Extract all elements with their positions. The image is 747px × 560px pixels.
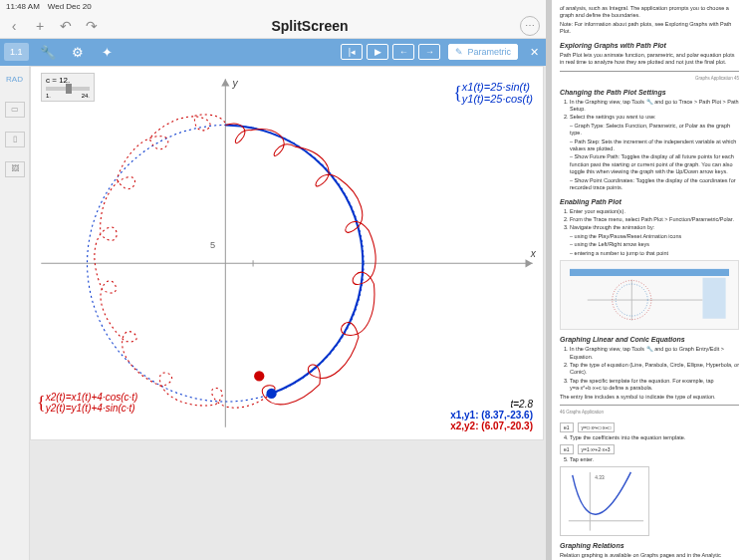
equation-secondary: { x2(t)=x1(t)+4·cos(c·t) y2(t)=y1(t)+4·s… [37,392,137,414]
doc-eq-row: e1 y=□·x²+□·x+□ [560,422,739,432]
trace-readout: t=2.8 x1,y1: (8.37,-23.6) x2,y2: (6.07,-… [450,399,533,431]
t-label: t= [510,399,519,410]
doc-step: From the Trace menu, select Path Plot > … [570,216,739,223]
add-button[interactable]: + [32,18,48,34]
doc-bullet: Show Future Path: Toggles the display of… [570,153,739,175]
image-icon[interactable]: 🖼 [5,161,25,177]
eq-blue-2: y1(t)=25·cos(t) [462,93,533,105]
doc-page-footer: Graphs Application 45 [560,76,739,81]
eq-label: e1 [560,444,574,454]
eq-filled: y=1·x²+2·x+3 [578,444,615,454]
doc-figure-pathplot [560,260,739,330]
redo-button[interactable]: ↷ [84,18,100,34]
t-value: 2.8 [519,399,533,410]
axis-tick: 5 [210,240,215,250]
slider-thumb[interactable] [66,84,72,94]
p1-label: x1,y1: [450,410,478,420]
doc-step: In the Graphing view, tap Tools 🔧 and go… [570,99,739,114]
doc-bullet: using the Left/Right arrow keys [570,241,739,248]
more-menu-button[interactable]: ⋯ [520,16,540,36]
pencil-icon: ✎ [455,47,463,57]
doc-h-linear: Graphing Linear and Conic Equations [560,336,739,343]
doc-step: In the Graphing view, tap Tools 🔧 and go… [570,346,739,361]
svg-rect-6 [570,268,729,275]
doc-step: Tap the type of equation (Line, Parabola… [570,362,739,377]
x-axis-label: x [530,248,537,259]
doc-intro: of analysis, such as Integral. The appli… [560,5,739,20]
doc-step: Tap enter. [570,456,739,463]
doc-h-changing: Changing the Path Plot Settings [560,89,739,96]
graph-ribbon: 1.1 🔧 ⚙ ✦ |◂ ▶ ← → ✎ Parametric ✕ [0,39,546,66]
top-toolbar: ‹ + ↶ ↷ SplitScreen ⋯ [0,14,546,39]
svg-marker-3 [221,79,229,86]
slider-min: 1. [46,93,51,99]
page-tab[interactable]: 1.1 [4,43,29,61]
eq-red-1: x2(t)=x1(t)+4·cos(c·t) [46,392,138,403]
plot-svg: y x 5 [31,67,543,439]
eq-blue-1: x1(t)=25·sin(t) [462,81,533,93]
doc-step: Tap the specific template for the equati… [570,378,739,393]
layout-split-v-icon[interactable]: ▯ [5,132,25,147]
settings-icon[interactable]: ⚙ [67,42,89,62]
help-doc-pane[interactable]: of analysis, such as Integral. The appli… [552,0,747,560]
p2-value: (6.07,-20.3) [481,420,533,431]
y-axis-label: y [232,78,239,89]
status-date: Wed Dec 20 [48,2,92,11]
doc-bullet: entering a number to jump to that point [570,250,739,257]
back-button[interactable]: ‹ [6,18,22,34]
doc-figure-parabola: 4.33 [560,466,649,536]
doc-step: Select the settings you want to use: [570,114,739,121]
eq-red-2: y2(t)=y1(t)+4·sin(c·t) [46,403,138,414]
doc-eq-row: e1 y=1·x²+2·x+3 [560,444,739,454]
svg-rect-11 [702,277,725,318]
doc-step: Type the coefficients into the equation … [570,434,739,441]
animation-controls: |◂ ▶ ← → [341,44,440,60]
doc-bullet: Graph Type: Selects Function, Parametric… [570,123,739,138]
graph-app-pane: 11:48 AM Wed Dec 20 ‹ + ↶ ↷ SplitScreen … [0,0,546,560]
status-time: 11:48 AM [6,2,40,11]
doc-note: Note: For information about path plots, … [560,21,739,36]
doc-p: Relation graphing is available on Graphs… [560,552,739,560]
doc-h-exploring: Exploring Graphs with Path Plot [560,42,739,49]
doc-bullet: Show Point Coordinates: Toggles the disp… [570,177,739,192]
svg-text:4.33: 4.33 [595,475,605,480]
step-fwd-button[interactable]: → [418,44,440,60]
slider-var: c [46,76,50,85]
p1-value: (8.37,-23.6) [481,410,533,420]
trace-icon[interactable]: ✦ [97,42,119,62]
split-divider[interactable] [546,0,552,560]
entry-mode-button[interactable]: ✎ Parametric [448,44,518,60]
skip-start-button[interactable]: |◂ [341,44,363,60]
p2-label: x2,y2: [450,420,478,431]
graph-canvas[interactable]: c = 12. 1.24. { x1(t)=25·sin(t) y1(t)=25… [30,66,544,440]
doc-h-enabling: Enabling Path Plot [560,198,739,205]
equation-primary: { x1(t)=25·sin(t) y1(t)=25·cos(t) [453,81,533,105]
doc-page-footer: 46 Graphs Application [560,410,739,415]
doc-step: Navigate through the animation by: [570,224,739,231]
document-title: SplitScreen [100,18,520,34]
trace-point-secondary [254,371,264,381]
eq-template: y=□·x²+□·x+□ [578,422,616,432]
undo-button[interactable]: ↶ [58,18,74,34]
slider-max: 24. [82,93,90,99]
trace-point-primary [266,389,276,399]
doc-bullet: using the Play/Pause/Reset Animation ico… [570,233,739,240]
play-button[interactable]: ▶ [367,44,388,60]
tools-icon[interactable]: 🔧 [37,42,59,62]
angle-mode-label[interactable]: RAD [5,72,25,88]
svg-marker-2 [526,259,533,267]
status-bar: 11:48 AM Wed Dec 20 [0,0,546,14]
eq-label: e1 [560,422,574,432]
layout-split-h-icon[interactable]: ▭ [5,102,25,118]
slider-c[interactable]: c = 12. 1.24. [41,73,95,102]
entry-mode-label: Parametric [467,47,511,57]
left-sidebar: RAD ▭ ▯ 🖼 [0,66,30,560]
workspace: RAD ▭ ▯ 🖼 c = 12. 1.24. { x1(t)=25·sin(t… [0,66,546,560]
doc-p: The entry line includes a symbol to indi… [560,394,739,401]
close-entry-button[interactable]: ✕ [526,44,542,60]
step-back-button[interactable]: ← [392,44,414,60]
doc-p1: Path Plot lets you animate function, par… [560,52,739,67]
doc-step: Enter your equation(s). [570,208,739,215]
doc-bullet: Path Step: Sets the increment of the ind… [570,139,739,153]
doc-h-relations: Graphing Relations [560,542,739,549]
